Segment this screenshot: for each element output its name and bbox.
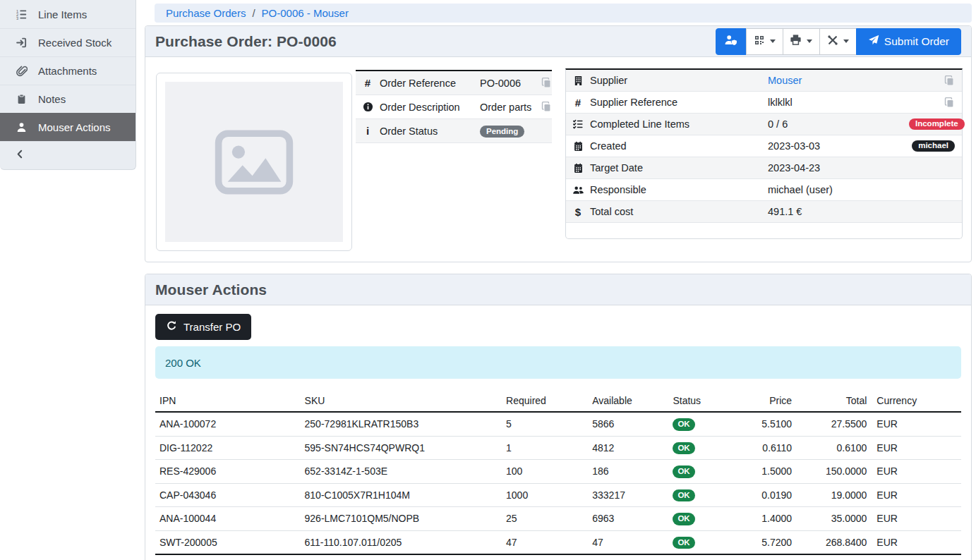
col-available: Available: [588, 393, 668, 412]
breadcrumb-separator: /: [252, 7, 255, 19]
sidebar-item-line-items[interactable]: 123 Line Items: [0, 0, 135, 28]
incomplete-badge: Incomplete: [909, 118, 965, 130]
order-actions-button[interactable]: [819, 28, 857, 55]
order-status-row: i Order Status Pending: [356, 119, 552, 143]
caret-down-icon: [807, 39, 812, 43]
responsible-row: Responsible michael (user): [566, 179, 962, 201]
image-placeholder-icon: [165, 82, 343, 242]
sidebar-item-label: Attachments: [38, 65, 97, 77]
actions-panel-title: Mouser Actions: [155, 281, 267, 298]
order-details-table: # Order Reference PO-0006 Order Descript…: [356, 70, 552, 143]
ok-badge: OK: [673, 537, 694, 549]
rotate-right-icon: [166, 320, 177, 334]
col-sku: SKU: [301, 393, 502, 412]
user-shield-icon: [724, 34, 737, 49]
table-row: SWT-200005 611-110.107.011/0205 47 47 OK…: [155, 530, 961, 554]
building-icon: [566, 75, 590, 86]
sidebar-item-label: Line Items: [38, 8, 87, 20]
breadcrumb: Purchase Orders / PO-0006 - Mouser: [155, 4, 972, 23]
transfer-po-label: Transfer PO: [183, 321, 241, 333]
sign-in-icon: [15, 37, 28, 49]
order-description-row: Order Description Order parts: [356, 95, 552, 119]
sidebar-item-label: Mouser Actions: [38, 121, 111, 133]
col-required: Required: [502, 393, 588, 412]
transfer-po-button[interactable]: Transfer PO: [155, 314, 251, 340]
ok-badge: OK: [673, 465, 694, 478]
grand-total-value: 501.0000: [797, 554, 872, 560]
completed-line-items-row: Completed Line Items 0 / 6 Incomplete: [566, 114, 962, 135]
purchase-order-panel: Purchase Order: PO-0006: [145, 25, 972, 262]
admin-user-button[interactable]: [716, 28, 747, 55]
sidebar-item-label: Notes: [38, 93, 66, 105]
dollar-icon: $: [566, 206, 590, 218]
status-alert: 200 OK: [155, 346, 961, 379]
user-icon: [15, 121, 28, 133]
status-badge: Pending: [480, 126, 524, 138]
status-alert-text: 200 OK: [165, 357, 201, 369]
order-toolbar: Submit Order: [716, 28, 961, 55]
order-image-card[interactable]: [156, 73, 352, 251]
ok-badge: OK: [673, 418, 694, 431]
caret-down-icon: [843, 39, 849, 43]
clipboard-icon: [15, 94, 28, 104]
col-ipn: IPN: [155, 393, 301, 412]
ok-badge: OK: [673, 442, 694, 455]
barcode-actions-button[interactable]: [746, 28, 783, 55]
ok-badge: OK: [673, 513, 694, 525]
users-icon: [566, 185, 590, 195]
list-check-icon: [566, 118, 590, 130]
page-title: Purchase Order: PO-0006: [155, 33, 337, 50]
caret-down-icon: [770, 39, 776, 43]
list-ordered-icon: 123: [15, 8, 28, 20]
sidebar-item-mouser-actions[interactable]: Mouser Actions: [0, 113, 135, 141]
calendar-icon: [566, 141, 590, 152]
print-actions-button[interactable]: [783, 28, 820, 55]
sidebar-collapse-button[interactable]: [0, 141, 135, 169]
table-row: RES-429006 652-3314Z-1-503E 100 186 OK 1…: [155, 460, 961, 484]
target-date-row: Target Date 2023-04-23: [566, 157, 962, 179]
actions-panel-header: Mouser Actions: [145, 274, 971, 305]
hash-icon: #: [566, 97, 590, 109]
hash-icon: #: [356, 77, 380, 89]
printer-icon: [790, 34, 802, 49]
col-price: Price: [733, 393, 797, 412]
col-currency: Currency: [872, 393, 961, 412]
table-total-row: Total 501.0000: [155, 554, 961, 560]
copy-icon[interactable]: [541, 102, 552, 112]
sidebar-item-label: Received Stock: [38, 37, 112, 49]
empty-row: [566, 223, 962, 238]
table-row: ANA-100072 250-72981KLRATR150B3 5 5866 O…: [155, 412, 961, 436]
paperclip-icon: [15, 65, 28, 77]
copy-icon[interactable]: [944, 97, 955, 108]
calendar-icon: [566, 163, 590, 174]
mouser-actions-panel: Mouser Actions Transfer PO 200 OK IPN SK…: [145, 274, 972, 560]
sidebar-item-received-stock[interactable]: Received Stock: [0, 28, 135, 56]
order-panel-header: Purchase Order: PO-0006: [145, 26, 971, 57]
mouser-line-items-table: IPN SKU Required Available Status Price …: [155, 393, 961, 560]
paper-plane-icon: [868, 35, 879, 49]
created-row: Created 2023-03-03 michael: [566, 135, 962, 157]
total-cost-row: $ Total cost 491.1 €: [566, 201, 962, 223]
info-circle-icon: [356, 102, 380, 112]
svg-text:3: 3: [16, 16, 18, 20]
supplier-row: Supplier Mouser: [566, 70, 962, 92]
submit-order-label: Submit Order: [884, 35, 949, 48]
supplier-reference-row: # Supplier Reference lklklkl: [566, 92, 962, 114]
sidebar: 123 Line Items Received Stock Attachment…: [0, 0, 136, 170]
supplier-details-table: Supplier Mouser # Supplier Reference lkl…: [565, 68, 963, 239]
submit-order-button[interactable]: Submit Order: [856, 28, 961, 55]
order-reference-row: # Order Reference PO-0006: [356, 71, 552, 95]
info-icon: i: [356, 125, 380, 137]
table-row: CAP-043046 810-C1005X7R1H104M 1000 33321…: [155, 483, 961, 507]
actions-panel-body: Transfer PO 200 OK IPN SKU Required Avai…: [145, 305, 971, 560]
sidebar-item-attachments[interactable]: Attachments: [0, 56, 135, 85]
tools-icon: [827, 35, 838, 49]
sidebar-item-notes[interactable]: Notes: [0, 85, 135, 113]
supplier-link[interactable]: Mouser: [768, 75, 802, 86]
user-badge: michael: [912, 140, 955, 152]
col-total: Total: [797, 393, 872, 412]
copy-icon[interactable]: [944, 75, 955, 86]
breadcrumb-link-purchase-orders[interactable]: Purchase Orders: [166, 7, 246, 19]
copy-icon[interactable]: [541, 78, 552, 88]
breadcrumb-link-current-order[interactable]: PO-0006 - Mouser: [262, 7, 349, 19]
